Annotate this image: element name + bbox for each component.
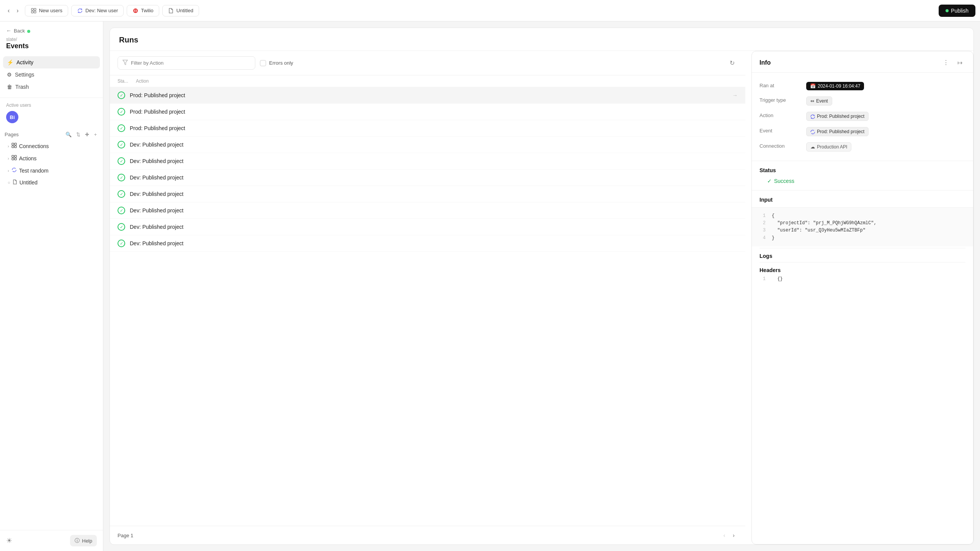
action-value: Prod: Published project bbox=[806, 112, 965, 121]
tab-untitled[interactable]: Untitled bbox=[162, 5, 199, 16]
theme-toggle-button[interactable]: ☀ bbox=[6, 536, 12, 545]
trigger-type-text: Event bbox=[816, 98, 828, 104]
publish-button[interactable]: Publish bbox=[939, 5, 975, 17]
avatar: Bi bbox=[6, 111, 18, 123]
run-row-8[interactable]: ✓ Dev: Published project bbox=[110, 202, 745, 219]
filter-icon bbox=[122, 60, 128, 66]
errors-only-toggle[interactable]: Errors only bbox=[260, 60, 293, 66]
sidebar-item-activity[interactable]: ⚡ Activity bbox=[3, 56, 100, 68]
nav-arrows: ‹ › bbox=[5, 5, 22, 16]
run-row-7[interactable]: ✓ Dev: Published project bbox=[110, 186, 745, 202]
search-pages-button[interactable]: 🔍 bbox=[64, 131, 73, 138]
page-untitled-label: Untitled bbox=[20, 179, 38, 186]
logs-section: Logs bbox=[752, 246, 973, 262]
info-fields: Ran at 📅 2024-01-09 16:04:47 Trigger typ… bbox=[752, 73, 973, 161]
errors-only-label: Errors only bbox=[269, 60, 293, 66]
svg-rect-16 bbox=[15, 158, 16, 160]
trigger-icon: ⇔ bbox=[810, 98, 814, 104]
ran-at-label: Ran at bbox=[760, 82, 802, 88]
sidebar-item-trash[interactable]: 🗑 Trash bbox=[3, 81, 100, 93]
svg-rect-2 bbox=[31, 11, 33, 13]
content-area: Runs bbox=[103, 21, 980, 551]
runs-toolbar: Errors only ↻ bbox=[110, 51, 745, 75]
tab-new-users[interactable]: New users bbox=[25, 5, 68, 16]
svg-rect-15 bbox=[12, 158, 14, 160]
page-actions[interactable]: › Actions bbox=[2, 152, 101, 164]
nav-prev-button[interactable]: ‹ bbox=[5, 5, 13, 16]
refresh-button[interactable]: ↻ bbox=[727, 58, 738, 68]
line-num-2: 2 bbox=[760, 220, 766, 227]
col-action-header: Action bbox=[136, 78, 738, 84]
actions-chevron: › bbox=[8, 156, 9, 161]
run-row-3[interactable]: ✓ Prod: Published project bbox=[110, 120, 745, 137]
run-action-10: Dev: Published project bbox=[130, 240, 738, 246]
headers-code: 1 {} bbox=[760, 275, 965, 288]
ran-at-row: Ran at 📅 2024-01-09 16:04:47 bbox=[760, 79, 965, 93]
runs-panel: Runs bbox=[109, 28, 974, 545]
connection-label: Connection bbox=[760, 142, 802, 149]
run-row-4[interactable]: ✓ Dev: Published project bbox=[110, 137, 745, 153]
svg-rect-13 bbox=[12, 155, 14, 157]
logs-title: Logs bbox=[760, 248, 965, 262]
workspace-title: Events bbox=[6, 42, 97, 50]
line-content-1: { bbox=[772, 212, 774, 220]
line-content-3: "userId": "usr_Q3yHeu5wMIaZTBFp" bbox=[772, 227, 866, 234]
back-label: Back bbox=[14, 28, 25, 34]
move-pages-button[interactable]: ✚ bbox=[83, 131, 91, 138]
event-row: Event Prod: Published pr bbox=[760, 124, 965, 139]
run-action-2: Prod: Published project bbox=[130, 109, 738, 115]
headers-line-1: 1 {} bbox=[760, 276, 965, 282]
status-value: Success bbox=[774, 178, 794, 184]
nav-next-button[interactable]: › bbox=[13, 5, 21, 16]
line-content-2: "projectId": "prj_M_PQhjWG9hQAzmlC", bbox=[772, 220, 877, 227]
table-header: Sta... Action bbox=[110, 75, 745, 87]
page-buttons: ‹ › bbox=[720, 531, 738, 540]
svg-point-5 bbox=[134, 10, 135, 10]
back-button[interactable]: ← Back bbox=[6, 28, 97, 34]
connection-badge: ☁ Production API bbox=[806, 142, 851, 152]
run-arrow-1: → bbox=[732, 92, 738, 98]
page-actions-label: Actions bbox=[19, 155, 37, 161]
status-success-icon-2: ✓ bbox=[118, 108, 125, 116]
page-untitled[interactable]: ○ Untitled bbox=[2, 177, 101, 188]
tab-twilio[interactable]: Twilio bbox=[127, 5, 159, 16]
runs-list-section: Errors only ↻ Sta... Action ✓ Prod: Publ… bbox=[110, 51, 745, 544]
info-expand-button[interactable]: ↦ bbox=[954, 57, 965, 68]
run-row-5[interactable]: ✓ Dev: Published project bbox=[110, 153, 745, 170]
run-row-6[interactable]: ✓ Dev: Published project bbox=[110, 170, 745, 186]
svg-rect-9 bbox=[12, 143, 14, 145]
run-row-9[interactable]: ✓ Dev: Published project bbox=[110, 219, 745, 235]
svg-point-4 bbox=[133, 8, 138, 13]
help-button[interactable]: ⓘ Help bbox=[70, 535, 97, 546]
filter-input[interactable] bbox=[131, 60, 250, 66]
add-page-button[interactable]: + bbox=[92, 131, 98, 138]
run-row-2[interactable]: ✓ Prod: Published project bbox=[110, 104, 745, 120]
next-page-button[interactable]: › bbox=[730, 531, 738, 540]
svg-rect-3 bbox=[34, 11, 36, 13]
status-success-display: ✓ Success bbox=[760, 176, 965, 189]
errors-only-checkbox[interactable] bbox=[260, 60, 266, 66]
info-more-button[interactable]: ⋮ bbox=[940, 57, 952, 68]
tab-dev-new-user[interactable]: Dev: New user bbox=[71, 5, 124, 16]
sidebar-footer: ☀ ⓘ Help bbox=[0, 530, 103, 551]
sort-pages-button[interactable]: ⇅ bbox=[75, 131, 82, 138]
prev-page-button[interactable]: ‹ bbox=[720, 531, 728, 540]
filter-input-wrapper[interactable] bbox=[118, 56, 255, 70]
status-success-icon-3: ✓ bbox=[118, 124, 125, 132]
run-action-7: Dev: Published project bbox=[130, 191, 738, 197]
headers-title: Headers bbox=[760, 262, 965, 275]
svg-rect-11 bbox=[12, 146, 14, 148]
help-icon: ⓘ bbox=[75, 537, 80, 544]
page-connections[interactable]: › Connections bbox=[2, 140, 101, 152]
status-success-icon-7: ✓ bbox=[118, 190, 125, 198]
svg-rect-14 bbox=[15, 155, 16, 157]
sidebar-item-activity-label: Activity bbox=[16, 59, 33, 65]
sidebar-item-settings[interactable]: ⚙ Settings bbox=[3, 68, 100, 81]
sidebar-item-trash-label: Trash bbox=[15, 84, 29, 90]
run-row-1[interactable]: ✓ Prod: Published project → bbox=[110, 87, 745, 104]
connections-chevron: › bbox=[8, 144, 9, 148]
page-test-random[interactable]: › Test random bbox=[2, 165, 101, 176]
info-panel: Info ⋮ ↦ Ran at 📅 2024-01-0 bbox=[751, 51, 973, 544]
run-row-10[interactable]: ✓ Dev: Published project bbox=[110, 235, 745, 252]
headers-line-num-1: 1 bbox=[760, 276, 766, 282]
